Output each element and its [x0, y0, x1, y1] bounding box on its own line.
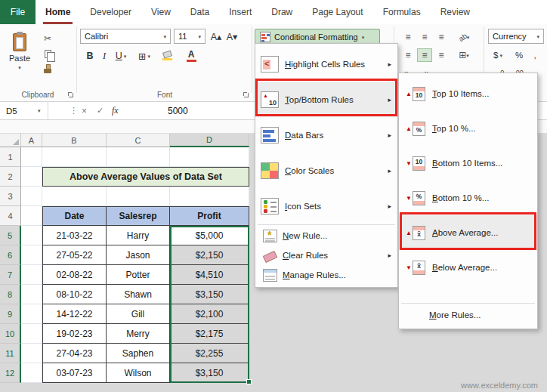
submenu-item-bottom-10-percent[interactable]: ▼% Bottom 10 %...: [399, 181, 537, 215]
empty-cell[interactable]: [21, 324, 42, 344]
table-cell[interactable]: 27-05-22: [42, 245, 107, 265]
empty-cell[interactable]: [21, 206, 42, 226]
row-header-8[interactable]: 8: [0, 285, 21, 304]
orientation-button[interactable]: ab▾: [453, 30, 474, 44]
tab-data[interactable]: Data: [181, 0, 219, 24]
paste-button[interactable]: Paste ▾: [5, 29, 35, 88]
merge-center-button[interactable]: ⊞▾: [453, 48, 474, 62]
cancel-button[interactable]: ×: [82, 102, 87, 119]
tab-insert[interactable]: Insert: [219, 0, 261, 24]
table-cell[interactable]: Jason: [107, 245, 170, 265]
menu-item-manage-rules[interactable]: Manage Rules...: [255, 265, 397, 285]
empty-cell[interactable]: [21, 187, 42, 206]
format-painter-button[interactable]: [39, 62, 56, 76]
formula-input[interactable]: 5000: [168, 102, 188, 119]
row-header-1[interactable]: 1: [0, 147, 21, 167]
tab-page-layout[interactable]: Page Layout: [302, 0, 372, 24]
font-name-combobox[interactable]: Calibri ▾: [80, 29, 171, 44]
table-cell[interactable]: $3,150: [170, 363, 249, 383]
table-cell[interactable]: Gill: [107, 304, 170, 324]
menu-item-highlight-cells-rules[interactable]: Highlight Cells Rules ▸: [255, 46, 397, 82]
empty-cell[interactable]: [21, 363, 42, 383]
column-header-c[interactable]: C: [107, 134, 170, 147]
align-center-button[interactable]: ≡: [417, 48, 432, 62]
empty-cell[interactable]: [42, 187, 107, 206]
menu-item-new-rule[interactable]: New Rule...: [255, 226, 397, 245]
row-header-7[interactable]: 7: [0, 265, 21, 285]
empty-cell[interactable]: [21, 147, 42, 167]
font-color-button[interactable]: A: [182, 48, 200, 63]
row-header-5[interactable]: 5: [0, 226, 21, 245]
table-cell[interactable]: $2,255: [170, 344, 249, 363]
table-cell[interactable]: 27-04-23: [42, 344, 107, 363]
fill-color-button[interactable]: [158, 48, 176, 63]
worksheet-title-cell[interactable]: Above Average Values of Data Set: [42, 167, 249, 187]
empty-cell[interactable]: [107, 187, 170, 206]
accounting-format-button[interactable]: $▾: [488, 48, 508, 62]
tab-view[interactable]: View: [141, 0, 181, 24]
table-cell[interactable]: Harry: [107, 226, 170, 245]
comma-style-button[interactable]: ,: [529, 48, 541, 62]
empty-cell[interactable]: [21, 265, 42, 285]
bold-button[interactable]: B: [83, 48, 97, 63]
tab-draw[interactable]: Draw: [261, 0, 302, 24]
table-header-cell[interactable]: Salesrep: [107, 206, 170, 226]
row-header-3[interactable]: 3: [0, 187, 21, 206]
table-cell[interactable]: $2,150: [170, 245, 249, 265]
cut-button[interactable]: ✂: [39, 32, 56, 45]
align-top-button[interactable]: ≡: [400, 30, 416, 44]
submenu-item-below-average[interactable]: ▼x̄ Below Average...: [399, 250, 537, 285]
table-cell[interactable]: $2,100: [170, 304, 249, 324]
table-cell[interactable]: Wilson: [107, 363, 170, 383]
row-header-11[interactable]: 11: [0, 344, 21, 363]
table-header-cell[interactable]: Profit: [170, 206, 249, 226]
number-format-select[interactable]: Currency ▾: [488, 29, 544, 44]
align-bottom-button[interactable]: ≡: [434, 30, 449, 44]
decrease-font-size-button[interactable]: A▾: [224, 29, 240, 44]
align-middle-button[interactable]: ≡: [417, 30, 432, 44]
menu-item-data-bars[interactable]: Data Bars ▸: [255, 117, 397, 153]
table-cell[interactable]: 02-08-22: [42, 265, 107, 285]
table-cell[interactable]: Merry: [107, 324, 170, 344]
row-header-9[interactable]: 9: [0, 304, 21, 324]
active-cell[interactable]: $5,000: [170, 226, 249, 245]
table-cell[interactable]: $4,510: [170, 265, 249, 285]
table-cell[interactable]: 03-07-23: [42, 363, 107, 383]
empty-cell[interactable]: [21, 167, 42, 187]
empty-cell[interactable]: [21, 245, 42, 265]
copy-button[interactable]: [39, 47, 56, 60]
menu-item-top-bottom-rules[interactable]: Top/Bottom Rules ▸: [255, 82, 397, 117]
table-cell[interactable]: Potter: [107, 265, 170, 285]
empty-cell[interactable]: [21, 304, 42, 324]
column-header-d[interactable]: D: [170, 134, 249, 147]
empty-cell[interactable]: [42, 147, 107, 167]
align-left-button[interactable]: ≡: [400, 48, 416, 62]
row-header-4[interactable]: 4: [0, 206, 21, 226]
submenu-item-bottom-10-items[interactable]: ▼10 Bottom 10 Items...: [399, 146, 537, 181]
italic-button[interactable]: I: [99, 48, 110, 63]
empty-cell[interactable]: [21, 344, 42, 363]
increase-font-size-button[interactable]: A▴: [209, 29, 224, 44]
empty-cell[interactable]: [107, 147, 170, 167]
table-cell[interactable]: 14-12-22: [42, 304, 107, 324]
submenu-item-top-10-percent[interactable]: ▲% Top 10 %...: [399, 111, 537, 146]
table-cell[interactable]: Shawn: [107, 285, 170, 304]
table-cell[interactable]: $2,175: [170, 324, 249, 344]
clipboard-dialog-launcher[interactable]: [67, 91, 74, 98]
percent-style-button[interactable]: %: [512, 48, 526, 62]
row-header-2[interactable]: 2: [0, 167, 21, 187]
tab-file[interactable]: File: [0, 0, 36, 24]
tab-review[interactable]: Review: [431, 0, 480, 24]
menu-item-color-scales[interactable]: Color Scales ▸: [255, 153, 397, 188]
underline-button[interactable]: U▾: [111, 48, 131, 63]
table-header-cell[interactable]: Date: [42, 206, 107, 226]
empty-cell[interactable]: [21, 226, 42, 245]
column-header-b[interactable]: B: [42, 134, 107, 147]
tab-formulas[interactable]: Formulas: [373, 0, 431, 24]
tab-developer[interactable]: Developer: [80, 0, 141, 24]
empty-cell[interactable]: [170, 147, 249, 167]
column-header-a[interactable]: A: [21, 134, 42, 147]
row-header-12[interactable]: 12: [0, 363, 21, 383]
table-cell[interactable]: 19-02-23: [42, 324, 107, 344]
row-header-6[interactable]: 6: [0, 245, 21, 265]
